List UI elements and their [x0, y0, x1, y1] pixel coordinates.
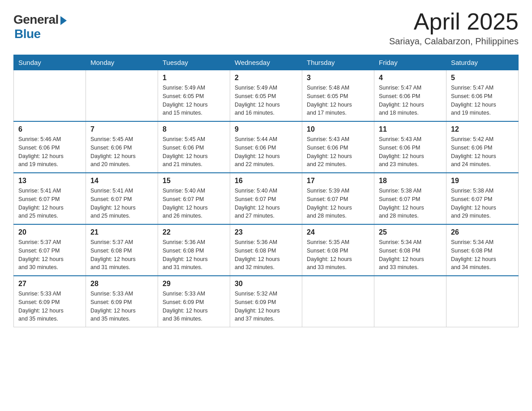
day-number: 29: [163, 280, 225, 288]
day-info: Sunrise: 5:39 AM Sunset: 6:07 PM Dayligh…: [307, 187, 369, 220]
calendar-cell: 13Sunrise: 5:41 AM Sunset: 6:07 PM Dayli…: [14, 173, 86, 224]
logo: General Blue: [13, 13, 67, 41]
day-number: 30: [235, 280, 297, 288]
day-info: Sunrise: 5:35 AM Sunset: 6:08 PM Dayligh…: [307, 238, 369, 272]
day-number: 28: [90, 280, 153, 288]
calendar-cell: [446, 276, 519, 327]
day-info: Sunrise: 5:47 AM Sunset: 6:06 PM Dayligh…: [451, 84, 514, 117]
day-info: Sunrise: 5:49 AM Sunset: 6:05 PM Dayligh…: [235, 84, 297, 117]
day-info: Sunrise: 5:37 AM Sunset: 6:08 PM Dayligh…: [90, 238, 153, 272]
day-number: 6: [18, 125, 81, 133]
day-number: 18: [379, 177, 442, 185]
calendar-cell: 3Sunrise: 5:48 AM Sunset: 6:05 PM Daylig…: [302, 70, 374, 122]
calendar-week-row: 27Sunrise: 5:33 AM Sunset: 6:09 PM Dayli…: [14, 276, 519, 327]
page-header: General Blue April 2025 Sariaya, Calabar…: [13, 9, 519, 47]
calendar-cell: 17Sunrise: 5:39 AM Sunset: 6:07 PM Dayli…: [302, 173, 374, 224]
calendar-cell: 10Sunrise: 5:43 AM Sunset: 6:06 PM Dayli…: [302, 121, 374, 173]
logo-blue-text: Blue: [14, 27, 41, 41]
day-info: Sunrise: 5:40 AM Sunset: 6:07 PM Dayligh…: [235, 187, 297, 220]
day-info: Sunrise: 5:40 AM Sunset: 6:07 PM Dayligh…: [163, 187, 225, 220]
day-info: Sunrise: 5:33 AM Sunset: 6:09 PM Dayligh…: [90, 290, 153, 323]
calendar-cell: 5Sunrise: 5:47 AM Sunset: 6:06 PM Daylig…: [446, 70, 519, 122]
calendar-cell: 21Sunrise: 5:37 AM Sunset: 6:08 PM Dayli…: [86, 224, 158, 276]
calendar-cell: 1Sunrise: 5:49 AM Sunset: 6:05 PM Daylig…: [158, 70, 230, 122]
day-info: Sunrise: 5:49 AM Sunset: 6:05 PM Dayligh…: [163, 84, 225, 117]
calendar-cell: 24Sunrise: 5:35 AM Sunset: 6:08 PM Dayli…: [302, 224, 374, 276]
day-info: Sunrise: 5:32 AM Sunset: 6:09 PM Dayligh…: [235, 290, 297, 323]
day-info: Sunrise: 5:36 AM Sunset: 6:08 PM Dayligh…: [163, 238, 225, 272]
day-number: 5: [451, 74, 514, 82]
location-subtitle: Sariaya, Calabarzon, Philippines: [389, 36, 519, 47]
calendar-cell: [302, 276, 374, 327]
calendar-cell: 14Sunrise: 5:41 AM Sunset: 6:07 PM Dayli…: [86, 173, 158, 224]
day-number: 21: [90, 228, 153, 236]
calendar-cell: 29Sunrise: 5:33 AM Sunset: 6:09 PM Dayli…: [158, 276, 230, 327]
day-number: 17: [307, 177, 369, 185]
calendar-cell: 23Sunrise: 5:36 AM Sunset: 6:08 PM Dayli…: [230, 224, 302, 276]
day-number: 1: [163, 74, 225, 82]
calendar-cell: 20Sunrise: 5:37 AM Sunset: 6:07 PM Dayli…: [14, 224, 86, 276]
calendar-cell: 28Sunrise: 5:33 AM Sunset: 6:09 PM Dayli…: [86, 276, 158, 327]
day-number: 16: [235, 177, 297, 185]
day-info: Sunrise: 5:44 AM Sunset: 6:06 PM Dayligh…: [235, 135, 297, 169]
day-info: Sunrise: 5:48 AM Sunset: 6:05 PM Dayligh…: [307, 84, 369, 117]
calendar-week-row: 6Sunrise: 5:46 AM Sunset: 6:06 PM Daylig…: [14, 121, 519, 173]
day-number: 24: [307, 228, 369, 236]
calendar-week-row: 13Sunrise: 5:41 AM Sunset: 6:07 PM Dayli…: [14, 173, 519, 224]
weekday-header-saturday: Saturday: [446, 55, 519, 70]
calendar-week-row: 1Sunrise: 5:49 AM Sunset: 6:05 PM Daylig…: [14, 70, 519, 122]
calendar-cell: [374, 276, 446, 327]
calendar-cell: 11Sunrise: 5:43 AM Sunset: 6:06 PM Dayli…: [374, 121, 446, 173]
calendar-week-row: 20Sunrise: 5:37 AM Sunset: 6:07 PM Dayli…: [14, 224, 519, 276]
day-info: Sunrise: 5:38 AM Sunset: 6:07 PM Dayligh…: [451, 187, 514, 220]
day-number: 25: [379, 228, 442, 236]
calendar-cell: 15Sunrise: 5:40 AM Sunset: 6:07 PM Dayli…: [158, 173, 230, 224]
day-number: 3: [307, 74, 369, 82]
day-info: Sunrise: 5:37 AM Sunset: 6:07 PM Dayligh…: [18, 238, 81, 272]
day-number: 23: [235, 228, 297, 236]
day-number: 19: [451, 177, 514, 185]
day-info: Sunrise: 5:43 AM Sunset: 6:06 PM Dayligh…: [307, 135, 369, 169]
calendar-cell: 30Sunrise: 5:32 AM Sunset: 6:09 PM Dayli…: [230, 276, 302, 327]
logo-general-text: General: [13, 13, 59, 27]
weekday-header-tuesday: Tuesday: [158, 55, 230, 70]
calendar-cell: 26Sunrise: 5:34 AM Sunset: 6:08 PM Dayli…: [446, 224, 519, 276]
weekday-header-monday: Monday: [86, 55, 158, 70]
calendar-cell: 25Sunrise: 5:34 AM Sunset: 6:08 PM Dayli…: [374, 224, 446, 276]
calendar-cell: 9Sunrise: 5:44 AM Sunset: 6:06 PM Daylig…: [230, 121, 302, 173]
day-number: 10: [307, 125, 369, 133]
calendar-cell: 8Sunrise: 5:45 AM Sunset: 6:06 PM Daylig…: [158, 121, 230, 173]
day-info: Sunrise: 5:33 AM Sunset: 6:09 PM Dayligh…: [18, 290, 81, 323]
weekday-header-wednesday: Wednesday: [230, 55, 302, 70]
day-info: Sunrise: 5:43 AM Sunset: 6:06 PM Dayligh…: [379, 135, 442, 169]
day-info: Sunrise: 5:45 AM Sunset: 6:06 PM Dayligh…: [163, 135, 225, 169]
day-info: Sunrise: 5:42 AM Sunset: 6:06 PM Dayligh…: [451, 135, 514, 169]
weekday-header-friday: Friday: [374, 55, 446, 70]
day-info: Sunrise: 5:34 AM Sunset: 6:08 PM Dayligh…: [451, 238, 514, 272]
day-number: 27: [18, 280, 81, 288]
day-info: Sunrise: 5:45 AM Sunset: 6:06 PM Dayligh…: [90, 135, 153, 169]
day-info: Sunrise: 5:41 AM Sunset: 6:07 PM Dayligh…: [90, 187, 153, 220]
day-number: 8: [163, 125, 225, 133]
title-block: April 2025 Sariaya, Calabarzon, Philippi…: [389, 9, 519, 47]
calendar-cell: 2Sunrise: 5:49 AM Sunset: 6:05 PM Daylig…: [230, 70, 302, 122]
day-number: 2: [235, 74, 297, 82]
calendar-cell: 27Sunrise: 5:33 AM Sunset: 6:09 PM Dayli…: [14, 276, 86, 327]
calendar-cell: [14, 70, 86, 122]
day-number: 15: [163, 177, 225, 185]
calendar-cell: 6Sunrise: 5:46 AM Sunset: 6:06 PM Daylig…: [14, 121, 86, 173]
day-info: Sunrise: 5:38 AM Sunset: 6:07 PM Dayligh…: [379, 187, 442, 220]
day-number: 9: [235, 125, 297, 133]
weekday-header-thursday: Thursday: [302, 55, 374, 70]
day-info: Sunrise: 5:41 AM Sunset: 6:07 PM Dayligh…: [18, 187, 81, 220]
calendar-cell: 18Sunrise: 5:38 AM Sunset: 6:07 PM Dayli…: [374, 173, 446, 224]
day-number: 7: [90, 125, 153, 133]
calendar-cell: 7Sunrise: 5:45 AM Sunset: 6:06 PM Daylig…: [86, 121, 158, 173]
weekday-header-row: SundayMondayTuesdayWednesdayThursdayFrid…: [14, 55, 519, 70]
day-info: Sunrise: 5:34 AM Sunset: 6:08 PM Dayligh…: [379, 238, 442, 272]
day-info: Sunrise: 5:46 AM Sunset: 6:06 PM Dayligh…: [18, 135, 81, 169]
day-number: 12: [451, 125, 514, 133]
calendar-cell: [86, 70, 158, 122]
calendar-cell: 16Sunrise: 5:40 AM Sunset: 6:07 PM Dayli…: [230, 173, 302, 224]
logo-arrow-icon: [60, 16, 67, 25]
